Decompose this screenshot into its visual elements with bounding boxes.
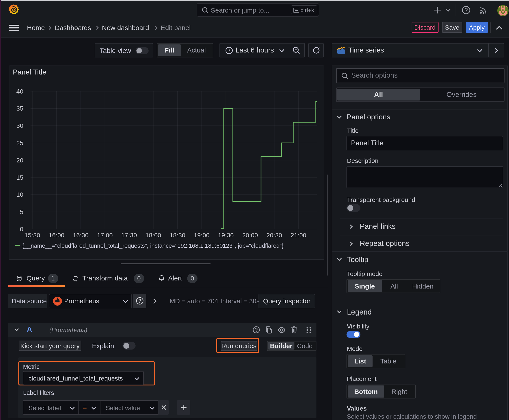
svg-text:16:30: 16:30 bbox=[73, 232, 88, 239]
svg-text:15: 15 bbox=[16, 174, 23, 181]
svg-text:17:30: 17:30 bbox=[121, 232, 137, 239]
svg-text:16:00: 16:00 bbox=[48, 232, 64, 239]
svg-text:19:00: 19:00 bbox=[194, 232, 209, 239]
svg-text:5: 5 bbox=[20, 208, 23, 215]
svg-text:0: 0 bbox=[20, 225, 23, 232]
svg-text:18:00: 18:00 bbox=[145, 232, 161, 239]
svg-text:35: 35 bbox=[16, 105, 23, 112]
svg-text:17:00: 17:00 bbox=[97, 232, 113, 239]
svg-text:15:30: 15:30 bbox=[24, 232, 40, 239]
svg-text:20: 20 bbox=[16, 157, 23, 164]
svg-text:20:30: 20:30 bbox=[266, 232, 282, 239]
svg-text:10: 10 bbox=[16, 191, 23, 198]
svg-text:19:30: 19:30 bbox=[218, 232, 233, 239]
svg-text:40: 40 bbox=[16, 88, 23, 95]
svg-text:{__name__="cloudflared_tunnel_: {__name__="cloudflared_tunnel_total_requ… bbox=[22, 242, 283, 249]
svg-text:21:00: 21:00 bbox=[290, 232, 306, 239]
svg-text:18:30: 18:30 bbox=[169, 232, 185, 239]
svg-text:25: 25 bbox=[16, 139, 23, 146]
svg-text:20:00: 20:00 bbox=[242, 232, 258, 239]
svg-text:30: 30 bbox=[16, 122, 23, 129]
